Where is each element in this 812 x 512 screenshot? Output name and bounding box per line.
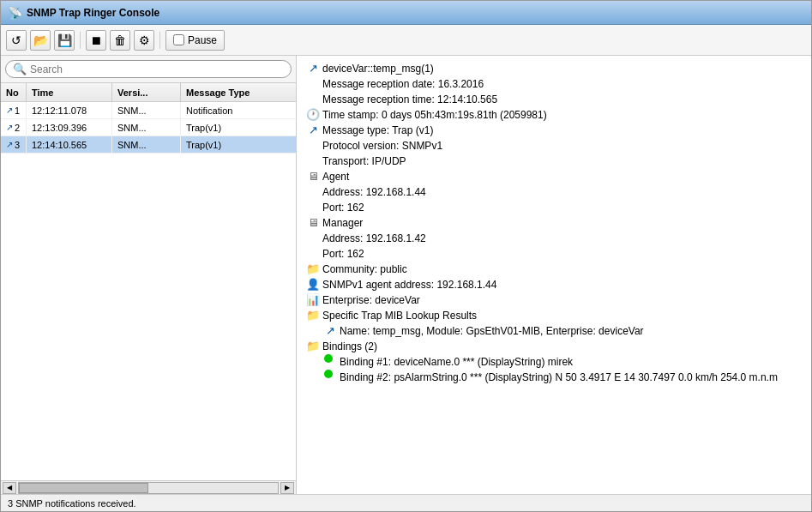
detail-line: Port: 162 [304,200,804,215]
detail-reception-date: Message reception date: 16.3.2016 [322,76,484,92]
td-msg-2: Trap(v1) [181,119,296,136]
scroll-thumb[interactable] [19,483,148,493]
toolbar: ↺ 📂 💾 ⏹ 🗑 ⚙ Pause [1,25,811,56]
col-header-no: No [1,83,27,101]
table-row[interactable]: ↗ 2 12:13:09.396 SNM... Trap(v1) [1,119,296,136]
open-icon: 📂 [33,33,48,47]
scroll-track[interactable] [18,482,279,494]
save-icon: 💾 [57,33,72,47]
detail-line: Address: 192.168.1.44 [304,184,804,200]
detail-line: Port: 162 [304,246,804,262]
toolbar-btn-open[interactable]: 📂 [30,30,51,51]
toolbar-btn-save[interactable]: 💾 [54,30,75,51]
detail-line: ↗ Message type: Trap (v1) [304,123,804,138]
detail-reception-time: Message reception time: 12:14:10.565 [322,92,497,107]
td-time-1: 12:12:11.078 [27,102,112,118]
search-input[interactable] [30,63,284,75]
detail-enterprise: Enterprise: deviceVar [322,292,420,308]
community-icon: 📁 [305,262,321,277]
detail-line: Message reception date: 16.3.2016 [304,76,804,92]
detail-protocol: Protocol version: SNMPv1 [322,138,442,154]
pause-label: Pause [188,34,217,46]
td-ver-1: SNM... [112,102,181,118]
search-icon: 🔍 [13,63,27,75]
detail-line: 🖥 Manager [304,215,804,231]
right-panel: ↗ deviceVar::temp_msg(1) Message recepti… [297,56,811,494]
left-panel: 🔍 No Time Versi... Message Type [1,56,297,494]
detail-title-line: ↗ deviceVar::temp_msg(1) [304,61,804,76]
detail-binding2: Binding #2: psAlarmString.0 *** (Display… [340,370,778,385]
detail-manager-addr: Address: 192.168.1.42 [322,231,426,246]
agent-icon: 🖥 [305,169,321,184]
pause-checkbox-label[interactable]: Pause [165,30,225,51]
detail-community: Community: public [322,262,407,277]
app-icon: 📡 [8,6,21,20]
toolbar-btn-settings[interactable]: ⚙ [134,30,154,51]
col-header-msgtype: Message Type [181,83,296,101]
clock-icon: 🕐 [305,107,321,123]
detail-line: Protocol version: SNMPv1 [304,138,804,154]
detail-title: deviceVar::temp_msg(1) [322,61,434,76]
toolbar-btn-stop[interactable]: ⏹ [86,30,106,51]
td-msg-1: Notification [181,102,296,118]
detail-transport: Transport: IP/UDP [322,154,406,169]
pause-checkbox[interactable] [173,34,184,45]
table-row[interactable]: ↗ 1 12:12:11.078 SNM... Notification [1,102,296,119]
scroll-right-btn[interactable]: ▶ [280,482,294,494]
detail-line: Message reception time: 12:14:10.565 [304,92,804,107]
h-scrollbar[interactable]: ◀ ▶ [1,480,296,494]
td-time-3: 12:14:10.565 [27,136,112,153]
detail-line: 📁 Community: public [304,262,804,277]
detail-binding1: Binding #1: deviceName.0 *** (DisplayStr… [340,354,573,370]
detail-name-module: Name: temp_msg, Module: GpsEthV01-MIB, E… [340,323,644,339]
detail-line: 📁 Specific Trap MIB Lookup Results [304,308,804,323]
detail-manager-label: Manager [322,215,363,231]
row-icon-1: ↗ [6,105,13,115]
arrow-icon: ↗ [305,61,321,76]
name-arrow-icon: ↗ [322,323,338,339]
main-window: 📡 SNMP Trap Ringer Console ↺ 📂 💾 ⏹ 🗑 ⚙ P… [0,0,812,512]
scroll-left-btn[interactable]: ◀ [3,482,16,494]
detail-line: Transport: IP/UDP [304,154,804,169]
detail-snmpv1-agent: SNMPv1 agent address: 192.168.1.44 [322,277,496,292]
table-body: ↗ 1 12:12:11.078 SNM... Notification [1,102,296,480]
manager-icon: 🖥 [305,215,321,231]
td-msg-3: Trap(v1) [181,136,296,153]
col-header-time: Time [27,83,112,101]
row-icon-2: ↗ [6,123,13,132]
main-content: 🔍 No Time Versi... Message Type [1,56,811,494]
detail-msg-type: Message type: Trap (v1) [322,123,433,138]
detail-timestamp: Time stamp: 0 days 05h:43m:19s.81th (205… [322,107,547,123]
settings-icon: ⚙ [139,33,150,47]
detail-agent-port: Port: 162 [322,200,364,215]
td-no: ↗ 2 [1,119,27,136]
snmpv1-agent-icon: 👤 [305,277,321,292]
detail-bindings-label: Bindings (2) [322,339,377,354]
separator-2 [159,32,160,49]
binding2-icon [322,370,338,378]
enterprise-icon: 📊 [305,292,321,308]
detail-line: Binding #2: psAlarmString.0 *** (Display… [304,370,804,385]
status-bar: 3 SNMP notifications received. [1,494,811,511]
search-bar: 🔍 [1,56,296,83]
detail-agent-label: Agent [322,169,349,184]
detail-agent-addr: Address: 192.168.1.44 [322,184,426,200]
clear-icon: 🗑 [114,33,126,47]
detail-mib-lookup: Specific Trap MIB Lookup Results [322,308,477,323]
td-ver-2: SNM... [112,119,181,136]
detail-line: ↗ Name: temp_msg, Module: GpsEthV01-MIB,… [304,323,804,339]
td-ver-3: SNM... [112,136,181,153]
binding1-icon [322,354,338,363]
toolbar-btn-clear[interactable]: 🗑 [110,30,130,51]
mib-folder-icon: 📁 [305,308,321,323]
table-row[interactable]: ↗ 3 12:14:10.565 SNM... Trap(v1) [1,136,296,154]
row-icon-3: ↗ [6,140,13,149]
detail-line: 📁 Bindings (2) [304,339,804,354]
detail-line: 🕐 Time stamp: 0 days 05h:43m:19s.81th (2… [304,107,804,123]
detail-line: Address: 192.168.1.42 [304,231,804,246]
toolbar-btn-new[interactable]: ↺ [6,30,27,51]
stop-icon: ⏹ [90,33,102,47]
detail-line: 📊 Enterprise: deviceVar [304,292,804,308]
message-type-icon: ↗ [305,123,321,138]
detail-line: 🖥 Agent [304,169,804,184]
